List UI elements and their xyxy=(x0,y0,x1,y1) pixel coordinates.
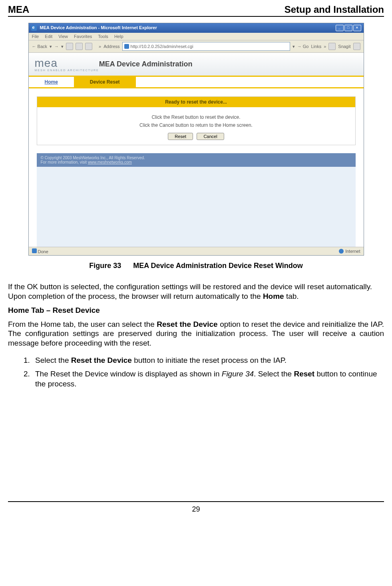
subheading-home-tab: Home Tab – Reset Device xyxy=(8,306,384,315)
page-footer: 29 xyxy=(8,501,384,514)
page-number: 29 xyxy=(192,505,200,513)
menu-favorites[interactable]: Favorites xyxy=(74,34,92,39)
browser-window: MEA Device Administration - Microsoft In… xyxy=(28,23,364,256)
browser-menubar: File Edit View Favorites Tools Help xyxy=(29,33,364,40)
menu-edit[interactable]: Edit xyxy=(45,34,52,39)
reset-button[interactable]: Reset xyxy=(168,133,193,140)
mea-logo-sub: MESH ENABLED ARCHITECTURE xyxy=(35,69,99,72)
close-button[interactable]: × xyxy=(353,25,361,31)
header-right: Setup and Installation xyxy=(285,4,384,15)
page-icon xyxy=(124,44,129,49)
go-button[interactable]: → Go xyxy=(297,44,309,49)
paragraph-2: From the Home tab, the user can select t… xyxy=(8,320,384,348)
page-header: MEA Setup and Installation xyxy=(8,4,384,17)
copyright-link[interactable]: www.meshnetworks.com xyxy=(88,160,132,164)
menu-file[interactable]: File xyxy=(32,34,39,39)
instruction-1: Click the Reset button to reset the devi… xyxy=(42,114,350,120)
instruction-2: Click the Cancel button to return to the… xyxy=(42,122,350,128)
figure-label: Figure 33 xyxy=(89,262,121,270)
copyright-text: © Copyright 2003 MeshNetworks Inc., All … xyxy=(41,156,352,160)
menu-tools[interactable]: Tools xyxy=(98,34,108,39)
stop-icon[interactable] xyxy=(66,43,73,50)
address-input[interactable]: http://10.2.0.252/admin/reset.cgi xyxy=(122,42,290,51)
back-button[interactable]: ← Back xyxy=(32,44,48,49)
browser-titlebar: MEA Device Administration - Microsoft In… xyxy=(29,23,364,33)
ie-icon xyxy=(31,25,37,31)
browser-toolbar: ← Back ▾ → ▾ » Address http://10.2.0.252… xyxy=(29,40,364,53)
snagit-label: Snagit xyxy=(338,44,350,49)
refresh-icon[interactable] xyxy=(76,43,83,50)
page-content: mea MESH ENABLED ARCHITECTURE MEA Device… xyxy=(29,53,364,247)
minimize-button[interactable]: _ xyxy=(336,25,344,31)
links-label[interactable]: Links xyxy=(311,44,321,49)
mea-logo: mea xyxy=(35,57,87,70)
header-left: MEA xyxy=(8,4,29,15)
tab-home[interactable]: Home xyxy=(29,77,74,87)
list-item-1: Select the Reset the Device button to in… xyxy=(32,356,384,366)
mea-page-title: MEA Device Administration xyxy=(99,60,193,68)
reset-panel: Ready to reset the device... Click the R… xyxy=(37,96,356,145)
status-zone: Internet xyxy=(345,249,360,254)
url-text: http://10.2.0.252/admin/reset.cgi xyxy=(131,44,193,49)
forward-button[interactable]: → xyxy=(54,44,59,49)
address-label: Address xyxy=(103,44,119,49)
menu-help[interactable]: Help xyxy=(114,34,123,39)
maximize-button[interactable]: □ xyxy=(344,25,352,31)
copyright-footer: © Copyright 2003 MeshNetworks Inc., All … xyxy=(37,153,356,167)
snagit-icon[interactable] xyxy=(328,43,336,50)
figure-text: MEA Device Administration Device Reset W… xyxy=(133,262,303,270)
mea-header: mea MESH ENABLED ARCHITECTURE MEA Device… xyxy=(29,53,364,77)
copyright-link-label: For more information, visit xyxy=(41,160,88,164)
tabs-row: Home Device Reset xyxy=(29,77,364,88)
tab-device-reset[interactable]: Device Reset xyxy=(74,77,136,87)
home-icon[interactable] xyxy=(85,43,92,50)
list-item-2: The Reset the Device window is displayed… xyxy=(32,369,384,389)
menu-view[interactable]: View xyxy=(58,34,68,39)
blank-area xyxy=(37,167,356,247)
browser-statusbar: Done Internet xyxy=(29,247,364,255)
globe-icon xyxy=(339,249,344,254)
panel-body: Click the Reset button to reset the devi… xyxy=(37,107,355,145)
panel-header: Ready to reset the device... xyxy=(37,97,355,107)
cancel-button[interactable]: Cancel xyxy=(197,133,224,140)
window-title: MEA Device Administration - Microsoft In… xyxy=(40,25,157,30)
figure-caption: Figure 33 MEA Device Administration Devi… xyxy=(8,262,384,270)
status-text: Done xyxy=(38,249,48,254)
snagit-window-icon[interactable] xyxy=(353,43,360,50)
paragraph-1: If the OK button is selected, the config… xyxy=(8,282,384,301)
numbered-list: Select the Reset the Device button to in… xyxy=(8,356,384,389)
screenshot-container: MEA Device Administration - Microsoft In… xyxy=(28,23,364,256)
window-controls: _ □ × xyxy=(336,25,361,31)
status-page-icon xyxy=(32,248,37,253)
